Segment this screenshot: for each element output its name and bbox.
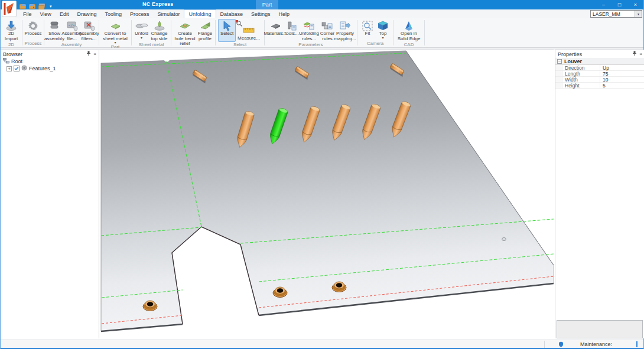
- menu-item-process[interactable]: Process: [126, 9, 154, 18]
- property-mapping-button[interactable]: Property mapping...: [335, 19, 355, 42]
- feature-checkbox[interactable]: [14, 66, 19, 71]
- property-value[interactable]: 5: [600, 83, 644, 89]
- menu-item-tooling[interactable]: Tooling: [100, 9, 126, 18]
- tree-item-root[interactable]: Root: [1, 58, 99, 65]
- row-gutter: [555, 83, 562, 88]
- pin-icon[interactable]: [632, 51, 637, 57]
- menu-item-settings[interactable]: Settings: [247, 9, 275, 18]
- open-in-solid-edge-button[interactable]: Open in Solid Edge: [396, 19, 422, 42]
- dropdown-caret-icon: ▾: [114, 41, 116, 44]
- group-separator: [424, 20, 425, 45]
- tree-item-features[interactable]: + Features_1: [1, 65, 99, 72]
- close-panel-icon[interactable]: ×: [639, 51, 642, 57]
- window-title: NC Express: [142, 1, 174, 7]
- menu-item-view[interactable]: View: [36, 9, 56, 18]
- close-button[interactable]: ×: [627, 0, 643, 9]
- unfold-button[interactable]: Unfold ▾: [134, 19, 149, 42]
- group-separator: [393, 20, 393, 45]
- solid-edge-icon: [402, 20, 415, 31]
- property-label: Length: [562, 71, 600, 77]
- group-label-assembly: Assembly: [45, 42, 97, 48]
- button-label: Tools...: [284, 31, 298, 37]
- fit-icon: [361, 20, 374, 31]
- button-label: Process: [25, 31, 42, 37]
- 2d-import-icon: [5, 20, 18, 31]
- menu-bar: File View Edit Drawing Tooling Process S…: [1, 9, 643, 18]
- unfold-icon: [135, 20, 148, 31]
- browser-panel: Browser × Root + Features_1: [1, 50, 99, 338]
- create-hole-bend-relief-button[interactable]: Create hole bend relief: [173, 19, 197, 47]
- fit-button[interactable]: Fit: [360, 19, 375, 41]
- unfolding-rules-button[interactable]: Unfolding rules...: [298, 19, 320, 42]
- tools-button[interactable]: Tools...: [284, 19, 298, 42]
- expand-icon[interactable]: +: [6, 66, 12, 71]
- properties-section-label: Louver: [564, 58, 582, 64]
- property-row-height[interactable]: Height 5: [555, 83, 644, 89]
- collapse-icon[interactable]: −: [557, 59, 562, 64]
- show-assembly-button[interactable]: Show assembly: [45, 19, 63, 42]
- assembly-filters-button[interactable]: Assembly filters...: [80, 19, 97, 42]
- ribbon-group-select: Select Measure... Select: [217, 18, 263, 47]
- browser-panel-header: Browser ×: [1, 50, 99, 58]
- ribbon-group-part: Convert to sheet metal ▾ Part: [100, 18, 130, 47]
- property-row-width[interactable]: Width 10: [555, 77, 644, 83]
- menu-item-file[interactable]: File: [19, 9, 36, 18]
- close-panel-icon[interactable]: ×: [93, 51, 96, 57]
- 2d-import-button[interactable]: 2D Import: [2, 19, 21, 42]
- minimize-button[interactable]: –: [596, 0, 612, 9]
- statusbar-separator: [544, 341, 545, 348]
- convert-to-sheet-metal-button[interactable]: Convert to sheet metal ▾: [101, 19, 129, 44]
- maximize-icon: □: [618, 2, 621, 8]
- menu-item-drawing[interactable]: Drawing: [73, 9, 100, 18]
- menu-item-simulator[interactable]: Simulator: [153, 9, 184, 18]
- small-hole: [502, 237, 506, 240]
- maximize-button[interactable]: □: [612, 0, 627, 9]
- row-gutter: [555, 77, 562, 82]
- nc-express-logo[interactable]: [2, 1, 17, 17]
- combo-dropdown-icon[interactable]: ▾: [635, 11, 642, 17]
- menu-item-unfolding[interactable]: Unfolding: [184, 9, 216, 18]
- properties-panel-title: Properties: [558, 51, 630, 57]
- status-bar: Maintenance: 06.06.2022: [1, 340, 643, 348]
- property-label: Width: [562, 77, 600, 83]
- button-label: Assembly filters...: [79, 31, 99, 41]
- materials-button[interactable]: Materials...: [266, 19, 284, 42]
- property-value[interactable]: 10: [600, 77, 644, 83]
- top-view-button[interactable]: Top ▾: [375, 19, 391, 41]
- document-tab-part[interactable]: Part: [256, 0, 278, 9]
- group-label-parameters: Parameters: [266, 42, 356, 48]
- change-top-side-button[interactable]: Change top side: [149, 19, 169, 42]
- process-gear-icon: [27, 20, 40, 31]
- app-window: NC Express Part – □ × ▾ File View Edit D…: [0, 0, 644, 349]
- pin-icon[interactable]: [86, 51, 91, 57]
- menu-item-edit[interactable]: Edit: [56, 9, 73, 18]
- ribbon-group-assembly: Show assembly </> Assembly file... Assem…: [45, 18, 97, 47]
- flange-profile-button[interactable]: Flange profile: [197, 19, 213, 47]
- 3d-viewport[interactable]: [99, 50, 554, 338]
- property-value[interactable]: 75: [600, 71, 644, 77]
- menu-item-help[interactable]: Help: [275, 9, 294, 18]
- property-row-direction[interactable]: Direction Up: [555, 65, 644, 71]
- corner-rules-button[interactable]: Corner rules: [320, 19, 335, 42]
- group-label-camera: Camera: [359, 41, 392, 47]
- qat-dropdown-caret-icon[interactable]: ▾: [50, 4, 52, 9]
- select-button[interactable]: Select: [218, 19, 236, 42]
- button-label: Property mapping...: [334, 31, 356, 41]
- select-options-icon[interactable]: [236, 19, 243, 30]
- property-value[interactable]: Up: [600, 65, 644, 71]
- change-top-side-icon: [153, 20, 166, 31]
- process-button[interactable]: Process: [24, 19, 43, 41]
- properties-section-louver[interactable]: − Louver: [555, 58, 644, 65]
- group-separator: [215, 20, 216, 45]
- feature-tree: Root + Features_1: [1, 58, 99, 72]
- menu-item-database[interactable]: Database: [216, 9, 248, 18]
- assembly-file-button[interactable]: </> Assembly file...: [63, 19, 80, 42]
- technology-value: LASER_MM: [591, 11, 635, 17]
- root-icon: [3, 58, 9, 65]
- button-label: Create hole bend relief: [174, 31, 196, 47]
- tree-item-label: Features_1: [29, 66, 56, 71]
- technology-combobox[interactable]: LASER_MM ▾: [590, 10, 642, 18]
- materials-icon: [269, 20, 282, 31]
- property-row-length[interactable]: Length 75: [555, 71, 644, 77]
- close-icon: ×: [634, 2, 637, 8]
